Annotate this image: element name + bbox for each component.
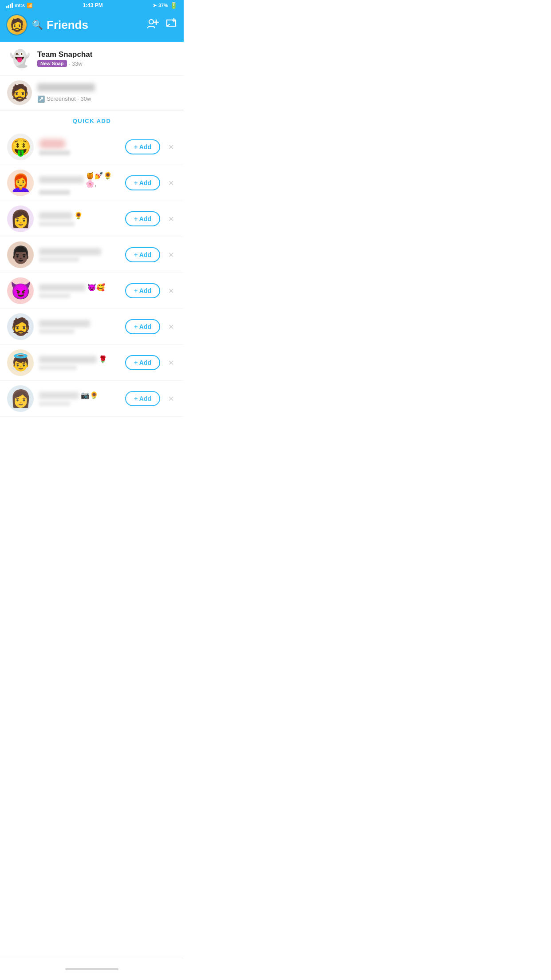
qa-sub-7 xyxy=(39,365,77,370)
friend-1-sub: ↗️ Screenshot · 30w xyxy=(37,95,177,103)
header-actions xyxy=(146,17,177,32)
qa-avatar-2: 👩‍🦰 xyxy=(7,170,34,196)
add-button-6[interactable]: + Add xyxy=(125,319,160,334)
qa-avatar-5: 😈 xyxy=(7,277,34,304)
quick-add-item-6: 🧔 + Add ✕ xyxy=(0,309,184,345)
qa-avatar-7: 👼 xyxy=(7,349,34,376)
qa-avatar-4: 👨🏿 xyxy=(7,241,34,268)
header: 🧔 🔍 Friends xyxy=(0,11,184,42)
qa-sub-4 xyxy=(39,257,79,262)
add-friend-button[interactable] xyxy=(146,17,159,32)
new-snap-badge: New Snap xyxy=(37,60,67,67)
status-right: ➤ 37% 🔋 xyxy=(153,2,177,9)
ghost-icon: 👻 xyxy=(9,49,30,68)
friend-1-name-blurred xyxy=(37,83,95,91)
friends-section: 👻 Team Snapchat New Snap · 33w 🧔 ↗️ Scre… xyxy=(0,42,184,417)
qa-sub-1 xyxy=(39,150,70,155)
qa-info-2: 🍯💅🌻🌸. xyxy=(39,171,120,195)
wifi-icon: 📶 xyxy=(27,3,33,8)
dismiss-button-4[interactable]: ✕ xyxy=(165,249,177,261)
friend-item-1[interactable]: 🧔 ↗️ Screenshot · 30w xyxy=(0,76,184,110)
screenshot-icon: ↗️ xyxy=(37,95,45,103)
status-bar: mt:s 📶 1:43 PM ➤ 37% 🔋 xyxy=(0,0,184,11)
dismiss-button-2[interactable]: ✕ xyxy=(165,177,177,189)
signal-icon xyxy=(6,3,13,8)
qa-name-row-8: 📷🌻 xyxy=(39,391,120,399)
quick-add-item-4: 👨🏿 + Add ✕ xyxy=(0,237,184,273)
qa-name-emojis-2: 🍯💅🌻🌸. xyxy=(86,171,120,188)
qa-sub-3 xyxy=(39,221,75,226)
qa-sub-6 xyxy=(39,329,75,334)
friend-1-sub-text: Screenshot · 30w xyxy=(47,95,91,102)
search-icon[interactable]: 🔍 xyxy=(32,20,43,30)
friend-1-info: ↗️ Screenshot · 30w xyxy=(37,83,177,103)
qa-name-row-5: 😈🥰 xyxy=(39,283,120,292)
quick-add-item-5: 😈 😈🥰 + Add ✕ xyxy=(0,273,184,309)
qa-name-row-6 xyxy=(39,320,120,327)
status-left: mt:s 📶 xyxy=(6,3,33,8)
qa-name-emojis-7: 🌹 xyxy=(98,355,107,364)
qa-info-4 xyxy=(39,248,120,262)
dismiss-button-3[interactable]: ✕ xyxy=(165,213,177,225)
user-bitmoji: 🧔 xyxy=(7,15,27,35)
carrier-label: mt:s xyxy=(15,3,25,8)
qa-avatar-8: 👩 xyxy=(7,385,34,412)
qa-name-blurred-2 xyxy=(39,176,84,183)
qa-name-blurred-6 xyxy=(39,320,90,327)
qa-info-6 xyxy=(39,320,120,334)
quick-add-item-1: 🤑 + Add ✕ xyxy=(0,129,184,165)
qa-name-emojis-3: 🌻 xyxy=(74,211,83,220)
qa-name-blurred-1 xyxy=(39,139,66,149)
add-button-5[interactable]: + Add xyxy=(125,283,160,298)
add-button-1[interactable]: + Add xyxy=(125,139,160,154)
add-button-4[interactable]: + Add xyxy=(125,247,160,262)
team-snapchat-sub: New Snap · 33w xyxy=(37,60,177,67)
qa-name-row-3: 🌻 xyxy=(39,211,120,220)
location-icon: ➤ xyxy=(153,3,157,8)
qa-info-5: 😈🥰 xyxy=(39,283,120,298)
quick-add-item-2: 👩‍🦰 🍯💅🌻🌸. + Add ✕ xyxy=(0,165,184,201)
qa-name-row-7: 🌹 xyxy=(39,355,120,364)
qa-name-blurred-3 xyxy=(39,212,72,219)
dismiss-button-6[interactable]: ✕ xyxy=(165,321,177,333)
header-title-wrap: 🔍 Friends xyxy=(32,18,142,32)
quick-add-item-8: 👩 📷🌻 + Add ✕ xyxy=(0,381,184,417)
friend-1-avatar: 🧔 xyxy=(7,80,32,105)
qa-name-blurred-5 xyxy=(39,284,86,291)
quick-add-item-3: 👩 🌻 + Add ✕ xyxy=(0,201,184,237)
dismiss-button-5[interactable]: ✕ xyxy=(165,285,177,297)
qa-sub-8 xyxy=(39,401,70,406)
qa-name-blurred-4 xyxy=(39,248,101,255)
dismiss-button-1[interactable]: ✕ xyxy=(165,141,177,153)
dismiss-button-8[interactable]: ✕ xyxy=(165,393,177,405)
friend-item-team-snapchat[interactable]: 👻 Team Snapchat New Snap · 33w xyxy=(0,42,184,76)
new-chat-button[interactable] xyxy=(165,17,177,32)
qa-avatar-6: 🧔 xyxy=(7,313,34,340)
qa-info-8: 📷🌻 xyxy=(39,391,120,406)
battery-icon: 🔋 xyxy=(170,2,177,9)
quick-add-item-7: 👼 🌹 + Add ✕ xyxy=(0,345,184,381)
quick-add-label: QUICK ADD xyxy=(73,118,111,124)
qa-sub-2 xyxy=(39,190,70,195)
page-title: Friends xyxy=(47,18,88,32)
qa-name-row-4 xyxy=(39,248,120,255)
team-snapchat-avatar: 👻 xyxy=(7,46,32,71)
qa-sub-5 xyxy=(39,293,70,298)
new-snap-time: · 33w xyxy=(69,60,83,67)
qa-name-row-2: 🍯💅🌻🌸. xyxy=(39,171,120,188)
qa-name-emojis-8: 📷🌻 xyxy=(81,391,98,399)
add-button-3[interactable]: + Add xyxy=(125,211,160,226)
time-display: 1:43 PM xyxy=(83,2,102,8)
dismiss-button-7[interactable]: ✕ xyxy=(165,357,177,369)
qa-avatar-3: 👩 xyxy=(7,205,34,232)
qa-info-1 xyxy=(39,139,120,155)
qa-name-row-1 xyxy=(39,139,120,149)
add-button-7[interactable]: + Add xyxy=(125,355,160,370)
battery-percent: 37% xyxy=(158,3,168,8)
user-avatar[interactable]: 🧔 xyxy=(6,14,28,36)
qa-info-3: 🌻 xyxy=(39,211,120,226)
qa-name-emojis-5: 😈🥰 xyxy=(87,283,105,292)
add-button-2[interactable]: + Add xyxy=(125,175,160,190)
add-button-8[interactable]: + Add xyxy=(125,391,160,406)
qa-name-blurred-7 xyxy=(39,356,97,363)
